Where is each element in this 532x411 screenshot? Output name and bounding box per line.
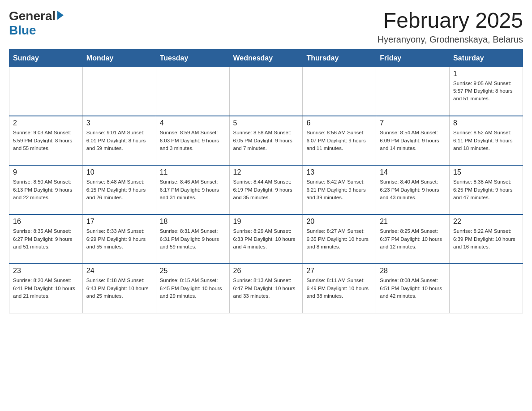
calendar-day-cell: 18Sunrise: 8:31 AM Sunset: 6:31 PM Dayli… (156, 214, 229, 264)
day-info: Sunrise: 8:42 AM Sunset: 6:21 PM Dayligh… (306, 178, 372, 201)
calendar-day-header: Wednesday (229, 49, 303, 67)
day-number: 12 (233, 168, 299, 176)
calendar-day-cell: 20Sunrise: 8:27 AM Sunset: 6:35 PM Dayli… (303, 214, 376, 264)
calendar-day-cell: 22Sunrise: 8:22 AM Sunset: 6:39 PM Dayli… (450, 214, 523, 264)
page-header: General Blue February 2025 Hyeranyony, G… (9, 9, 523, 45)
calendar-day-cell: 5Sunrise: 8:58 AM Sunset: 6:05 PM Daylig… (229, 116, 303, 165)
calendar-day-cell: 16Sunrise: 8:35 AM Sunset: 6:27 PM Dayli… (9, 214, 83, 264)
calendar-day-cell: 17Sunrise: 8:33 AM Sunset: 6:29 PM Dayli… (82, 214, 156, 264)
calendar-week-row: 1Sunrise: 9:05 AM Sunset: 5:57 PM Daylig… (9, 67, 523, 116)
calendar-week-row: 23Sunrise: 8:20 AM Sunset: 6:41 PM Dayli… (9, 264, 523, 313)
day-info: Sunrise: 8:13 AM Sunset: 6:47 PM Dayligh… (233, 277, 299, 300)
logo: General Blue (9, 9, 64, 38)
day-number: 24 (86, 267, 152, 275)
calendar-day-cell: 12Sunrise: 8:44 AM Sunset: 6:19 PM Dayli… (229, 165, 303, 214)
calendar-day-header: Sunday (9, 49, 83, 67)
calendar-day-cell: 3Sunrise: 9:01 AM Sunset: 6:01 PM Daylig… (82, 116, 156, 165)
calendar-day-cell: 9Sunrise: 8:50 AM Sunset: 6:13 PM Daylig… (9, 165, 83, 214)
calendar-day-cell (450, 264, 523, 313)
day-info: Sunrise: 8:50 AM Sunset: 6:13 PM Dayligh… (13, 178, 79, 201)
calendar-day-cell (9, 67, 83, 116)
calendar-day-cell: 24Sunrise: 8:18 AM Sunset: 6:43 PM Dayli… (82, 264, 156, 313)
day-number: 6 (306, 119, 372, 127)
day-info: Sunrise: 8:48 AM Sunset: 6:15 PM Dayligh… (86, 178, 152, 201)
day-number: 14 (380, 168, 446, 176)
day-info: Sunrise: 8:22 AM Sunset: 6:39 PM Dayligh… (453, 227, 519, 251)
day-number: 15 (453, 168, 519, 176)
day-number: 3 (86, 119, 152, 127)
day-info: Sunrise: 8:15 AM Sunset: 6:45 PM Dayligh… (160, 277, 226, 300)
day-info: Sunrise: 8:20 AM Sunset: 6:41 PM Dayligh… (13, 277, 79, 300)
day-number: 13 (306, 168, 372, 176)
calendar-day-cell: 2Sunrise: 9:03 AM Sunset: 5:59 PM Daylig… (9, 116, 83, 165)
day-number: 22 (453, 218, 519, 226)
day-info: Sunrise: 8:56 AM Sunset: 6:07 PM Dayligh… (306, 129, 372, 152)
day-info: Sunrise: 9:05 AM Sunset: 5:57 PM Dayligh… (453, 80, 519, 103)
logo-general-text: General (9, 9, 56, 23)
calendar-day-cell: 27Sunrise: 8:11 AM Sunset: 6:49 PM Dayli… (303, 264, 376, 313)
day-info: Sunrise: 9:03 AM Sunset: 5:59 PM Dayligh… (13, 129, 79, 152)
day-info: Sunrise: 8:52 AM Sunset: 6:11 PM Dayligh… (453, 129, 519, 152)
calendar-day-cell (229, 67, 303, 116)
day-info: Sunrise: 8:27 AM Sunset: 6:35 PM Dayligh… (306, 227, 372, 251)
day-info: Sunrise: 8:40 AM Sunset: 6:23 PM Dayligh… (380, 178, 446, 201)
calendar-table: SundayMondayTuesdayWednesdayThursdayFrid… (9, 49, 523, 313)
calendar-day-cell: 26Sunrise: 8:13 AM Sunset: 6:47 PM Dayli… (229, 264, 303, 313)
title-block: February 2025 Hyeranyony, Grodnenskaya, … (378, 9, 523, 45)
calendar-day-cell: 28Sunrise: 8:08 AM Sunset: 6:51 PM Dayli… (376, 264, 450, 313)
day-info: Sunrise: 8:44 AM Sunset: 6:19 PM Dayligh… (233, 178, 299, 201)
day-info: Sunrise: 8:11 AM Sunset: 6:49 PM Dayligh… (306, 277, 372, 300)
day-number: 18 (160, 218, 226, 226)
calendar-day-cell: 6Sunrise: 8:56 AM Sunset: 6:07 PM Daylig… (303, 116, 376, 165)
day-number: 25 (160, 267, 226, 275)
day-number: 4 (160, 119, 226, 127)
calendar-day-cell: 8Sunrise: 8:52 AM Sunset: 6:11 PM Daylig… (450, 116, 523, 165)
day-info: Sunrise: 8:54 AM Sunset: 6:09 PM Dayligh… (380, 129, 446, 152)
day-info: Sunrise: 8:46 AM Sunset: 6:17 PM Dayligh… (160, 178, 226, 201)
day-number: 10 (86, 168, 152, 176)
day-number: 9 (13, 168, 79, 176)
logo-blue-text: Blue (9, 23, 36, 38)
day-info: Sunrise: 8:33 AM Sunset: 6:29 PM Dayligh… (86, 227, 152, 251)
day-number: 20 (306, 218, 372, 226)
calendar-day-header: Friday (376, 49, 450, 67)
day-number: 2 (13, 119, 79, 127)
calendar-day-cell: 13Sunrise: 8:42 AM Sunset: 6:21 PM Dayli… (303, 165, 376, 214)
calendar-day-cell (82, 67, 156, 116)
day-number: 27 (306, 267, 372, 275)
calendar-day-cell: 19Sunrise: 8:29 AM Sunset: 6:33 PM Dayli… (229, 214, 303, 264)
calendar-header-row: SundayMondayTuesdayWednesdayThursdayFrid… (9, 49, 523, 67)
day-info: Sunrise: 8:18 AM Sunset: 6:43 PM Dayligh… (86, 277, 152, 300)
calendar-day-cell: 10Sunrise: 8:48 AM Sunset: 6:15 PM Dayli… (82, 165, 156, 214)
calendar-day-cell: 11Sunrise: 8:46 AM Sunset: 6:17 PM Dayli… (156, 165, 229, 214)
calendar-day-cell: 23Sunrise: 8:20 AM Sunset: 6:41 PM Dayli… (9, 264, 83, 313)
calendar-week-row: 2Sunrise: 9:03 AM Sunset: 5:59 PM Daylig… (9, 116, 523, 165)
day-number: 26 (233, 267, 299, 275)
day-number: 11 (160, 168, 226, 176)
logo-arrow-icon (57, 11, 64, 20)
calendar-subtitle: Hyeranyony, Grodnenskaya, Belarus (378, 34, 523, 45)
calendar-day-cell: 14Sunrise: 8:40 AM Sunset: 6:23 PM Dayli… (376, 165, 450, 214)
day-info: Sunrise: 8:08 AM Sunset: 6:51 PM Dayligh… (380, 277, 446, 300)
day-info: Sunrise: 8:25 AM Sunset: 6:37 PM Dayligh… (380, 227, 446, 251)
day-number: 17 (86, 218, 152, 226)
calendar-day-cell: 1Sunrise: 9:05 AM Sunset: 5:57 PM Daylig… (450, 67, 523, 116)
day-number: 19 (233, 218, 299, 226)
day-number: 23 (13, 267, 79, 275)
calendar-day-header: Monday (82, 49, 156, 67)
calendar-day-cell (156, 67, 229, 116)
calendar-day-header: Saturday (450, 49, 523, 67)
day-number: 7 (380, 119, 446, 127)
calendar-day-header: Tuesday (156, 49, 229, 67)
day-number: 8 (453, 119, 519, 127)
calendar-day-cell: 7Sunrise: 8:54 AM Sunset: 6:09 PM Daylig… (376, 116, 450, 165)
day-info: Sunrise: 8:58 AM Sunset: 6:05 PM Dayligh… (233, 129, 299, 152)
day-info: Sunrise: 8:31 AM Sunset: 6:31 PM Dayligh… (160, 227, 226, 251)
calendar-day-cell: 21Sunrise: 8:25 AM Sunset: 6:37 PM Dayli… (376, 214, 450, 264)
day-info: Sunrise: 8:38 AM Sunset: 6:25 PM Dayligh… (453, 178, 519, 201)
calendar-day-cell (376, 67, 450, 116)
day-info: Sunrise: 8:35 AM Sunset: 6:27 PM Dayligh… (13, 227, 79, 251)
calendar-day-cell (303, 67, 376, 116)
calendar-day-cell: 4Sunrise: 8:59 AM Sunset: 6:03 PM Daylig… (156, 116, 229, 165)
calendar-day-header: Thursday (303, 49, 376, 67)
